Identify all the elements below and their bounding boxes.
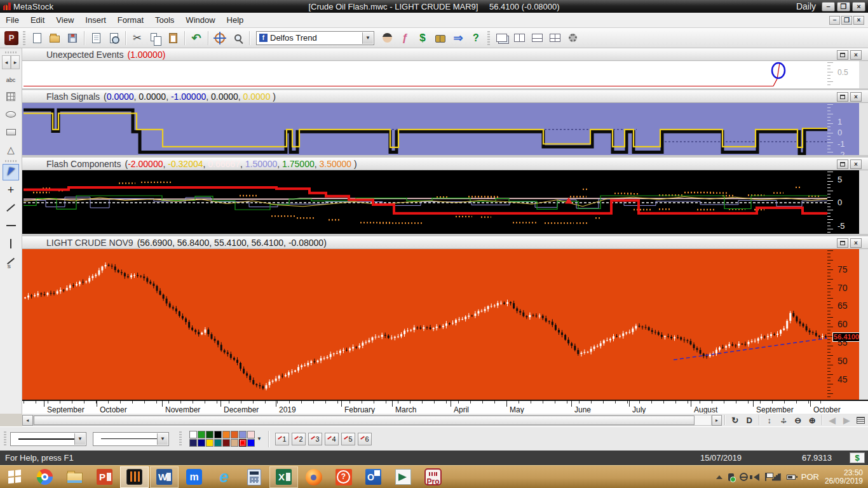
color-swatch[interactable] <box>214 439 222 447</box>
taskbar-clock[interactable]: 23:50 26/09/2019 <box>825 469 863 485</box>
tile-chart-button[interactable] <box>511 30 527 46</box>
rectangle-tool-button[interactable] <box>3 124 19 140</box>
metastock-taskbar-button[interactable] <box>120 466 149 488</box>
color-swatch[interactable] <box>231 431 238 438</box>
template-4-button[interactable]: 4 <box>325 433 339 445</box>
print-preview-button[interactable] <box>105 30 122 46</box>
ie-taskbar-button[interactable] <box>210 466 238 488</box>
color-swatch[interactable] <box>198 431 205 438</box>
panel-header[interactable]: LIGHT CRUDE NOV9 (56.6900, 56.8400, 55.4… <box>22 236 868 249</box>
template-3-button[interactable]: 3 <box>308 433 322 445</box>
expert-button[interactable] <box>379 30 395 46</box>
indicator-builder-button[interactable] <box>397 30 413 46</box>
pan-button[interactable] <box>777 414 790 426</box>
menu-view[interactable]: View <box>50 13 79 27</box>
scroll-left-button[interactable]: ◂ <box>2 55 11 69</box>
template-combobox[interactable]: fDelfos Trend▼ <box>256 31 374 45</box>
scroll-right-button[interactable]: ▸ <box>11 55 20 69</box>
start-taskbar-button[interactable] <box>1 466 29 488</box>
color-swatch[interactable] <box>222 439 230 447</box>
panel-close-button[interactable]: × <box>850 50 862 60</box>
volume-icon[interactable] <box>754 473 759 481</box>
panel-close-button[interactable]: × <box>850 159 862 169</box>
color-swatch[interactable] <box>189 439 197 447</box>
open-chart-button[interactable] <box>46 30 63 46</box>
color-swatch[interactable] <box>198 439 205 447</box>
menu-insert[interactable]: Insert <box>79 13 112 27</box>
child-restore-button[interactable]: ❐ <box>841 16 852 25</box>
minimize-button[interactable]: – <box>822 2 835 11</box>
maxthon-taskbar-button[interactable] <box>180 466 208 488</box>
menu-file[interactable]: File <box>0 13 25 27</box>
new-document-button[interactable] <box>29 30 45 46</box>
grid-tool-button[interactable] <box>3 88 19 105</box>
usb-icon[interactable] <box>728 473 734 481</box>
panel-header[interactable]: Unexpected Events (1.00000) × <box>22 48 868 61</box>
explorer-taskbar-button[interactable] <box>60 466 89 488</box>
vertical-scale-button[interactable]: ↕ <box>763 414 776 426</box>
calculator-taskbar-button[interactable] <box>240 466 268 488</box>
crude-plot[interactable]: 56.4100 75706560555045 <box>22 249 868 400</box>
scrollbar-right-arrow[interactable]: ▸ <box>712 415 722 426</box>
network-icon[interactable] <box>740 473 748 481</box>
components-plot[interactable]: 50-5 <box>22 170 868 234</box>
color-swatch[interactable] <box>239 431 247 438</box>
scrollbar-left-arrow[interactable]: ◂ <box>22 415 33 426</box>
menu-help[interactable]: Help <box>221 13 250 27</box>
restore-button[interactable]: ❐ <box>837 2 850 11</box>
tile-grid-button[interactable] <box>546 30 563 46</box>
page-setup-button[interactable] <box>88 30 104 46</box>
triangle-tool-button[interactable] <box>3 142 19 158</box>
pro-taskbar-button[interactable] <box>419 466 447 488</box>
panel-header[interactable]: Flash Signals (0.0000, 0.0000, -1.00000,… <box>22 90 868 103</box>
color-swatch[interactable] <box>189 431 197 438</box>
paste-button[interactable] <box>165 30 181 46</box>
excel-taskbar-button[interactable] <box>269 466 298 488</box>
palette-dropdown-arrow[interactable]: ▼ <box>255 431 263 447</box>
save-button[interactable] <box>64 30 81 46</box>
system-test-button[interactable] <box>450 30 466 46</box>
program-button[interactable] <box>3 30 20 46</box>
template-2-button[interactable]: 2 <box>292 433 306 445</box>
help-pointer-button[interactable] <box>468 30 484 46</box>
trendline-tool-button[interactable] <box>3 200 19 216</box>
panel-header[interactable]: Flash Components (-2.00000, -0.32004, 0.… <box>22 158 868 170</box>
text-tool-button[interactable] <box>3 71 19 87</box>
panel-close-button[interactable]: × <box>850 92 862 102</box>
battery-icon[interactable] <box>787 475 796 480</box>
panel-close-button[interactable]: × <box>850 238 862 248</box>
menu-tools[interactable]: Tools <box>149 13 180 27</box>
line-weight-dropdown[interactable]: ▼ <box>93 432 169 446</box>
language-indicator[interactable]: POR <box>801 472 819 482</box>
copy-button[interactable] <box>147 30 163 46</box>
color-swatch[interactable] <box>214 431 222 438</box>
previous-chart-button[interactable]: ◀ <box>825 414 839 426</box>
layout-gear-button[interactable] <box>564 30 581 46</box>
color-swatch[interactable] <box>206 431 214 438</box>
cascade-button[interactable] <box>493 30 510 46</box>
template-6-button[interactable]: 6 <box>358 433 372 445</box>
zoom-area-button[interactable] <box>229 30 246 46</box>
template-1-button[interactable]: 1 <box>275 433 289 445</box>
scrollbar-thumb[interactable] <box>34 416 695 425</box>
color-swatch[interactable] <box>222 431 230 438</box>
template-5-button[interactable]: 5 <box>341 433 355 445</box>
powerpoint-taskbar-button[interactable] <box>90 466 119 488</box>
chevron-down-icon[interactable]: ▼ <box>157 433 168 445</box>
help-taskbar-button[interactable] <box>329 466 358 488</box>
line-style-dropdown[interactable]: ▼ <box>10 432 86 446</box>
signal-icon[interactable] <box>772 473 781 481</box>
outlook-taskbar-button[interactable] <box>359 466 388 488</box>
securities-button[interactable] <box>414 30 431 46</box>
horizontal-scrollbar[interactable] <box>33 415 712 426</box>
next-chart-button[interactable]: ▶ <box>840 414 853 426</box>
menu-edit[interactable]: Edit <box>25 13 50 27</box>
tile-horizontal-button[interactable] <box>529 30 545 46</box>
undo-button[interactable] <box>188 30 205 46</box>
panel-maximize-button[interactable] <box>837 159 848 169</box>
semilog-trendline-tool-button[interactable] <box>3 253 19 269</box>
flag-icon[interactable] <box>765 473 766 481</box>
child-close-button[interactable]: × <box>853 16 864 25</box>
menu-window[interactable]: Window <box>180 13 220 27</box>
chart-menu-button[interactable] <box>854 414 867 426</box>
